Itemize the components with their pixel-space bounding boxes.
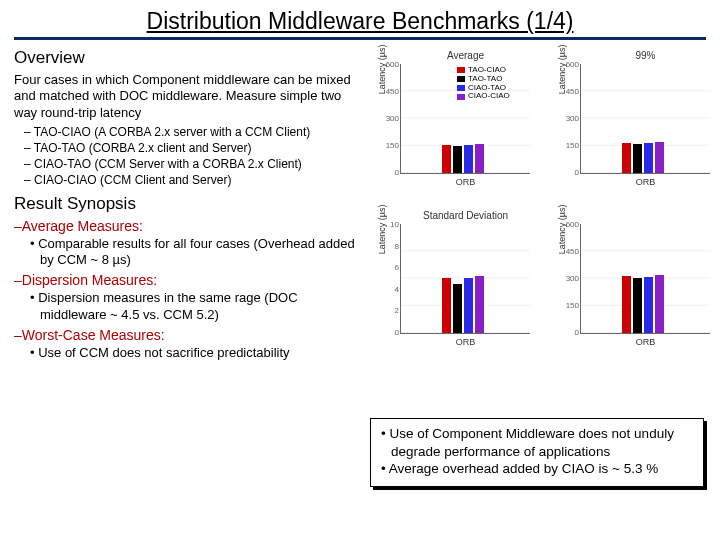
worst-bullet: • Use of CCM does not sacrifice predicta… xyxy=(14,345,362,361)
callout-line: • Use of Component Middleware does not u… xyxy=(381,425,695,460)
callout-line: • Average overhead added by CIAO is ~ 5.… xyxy=(381,460,695,478)
charts-panel: Average6004503001500Latency (µs)ORBTAO-C… xyxy=(370,46,706,356)
overview-heading: Overview xyxy=(14,48,362,68)
x-axis-label: ORB xyxy=(401,337,530,347)
bar xyxy=(442,278,451,333)
legend-swatch xyxy=(457,85,465,91)
x-axis-label: ORB xyxy=(581,177,710,187)
bar xyxy=(633,144,642,173)
x-axis-label: ORB xyxy=(401,177,530,187)
y-axis-label: Latency (µs) xyxy=(557,44,567,94)
bar xyxy=(655,142,664,173)
bar xyxy=(475,276,484,333)
case-item: – CIAO-TAO (CCM Server with a CORBA 2.x … xyxy=(24,157,362,172)
case-list: – TAO-CIAO (A CORBA 2.x server with a CC… xyxy=(14,125,362,188)
legend-label: CIAO-CIAO xyxy=(468,92,510,101)
callout-box: • Use of Component Middleware does not u… xyxy=(370,418,704,487)
chart-title: 99% xyxy=(581,50,710,61)
case-item: – CIAO-CIAO (CCM Client and Server) xyxy=(24,173,362,188)
bar xyxy=(655,275,664,333)
avg-bullet: • Comparable results for all four cases … xyxy=(14,236,362,269)
bar xyxy=(464,278,473,333)
bar xyxy=(644,143,653,173)
legend: TAO-CIAOTAO-TAOCIAO-TAOCIAO-CIAO xyxy=(457,66,510,101)
case-item: – TAO-CIAO (A CORBA 2.x server with a CC… xyxy=(24,125,362,140)
overview-paragraph: Four cases in which Component middleware… xyxy=(14,72,362,121)
slide: Distribution Middleware Benchmarks (1/4)… xyxy=(0,0,720,540)
y-axis-label: Latency (µs) xyxy=(557,204,567,254)
right-column: Average6004503001500Latency (µs)ORBTAO-C… xyxy=(370,46,706,363)
chart: 99%6004503001500Latency (µs)ORB xyxy=(580,64,710,174)
chart: Average6004503001500Latency (µs)ORBTAO-C… xyxy=(400,64,530,174)
synopsis-heading: Result Synopsis xyxy=(14,194,362,214)
worst-heading: –Worst-Case Measures: xyxy=(14,327,362,343)
x-axis-label: ORB xyxy=(581,337,710,347)
y-axis-label: Latency (µs) xyxy=(377,44,387,94)
chart: 6004503001500Latency (µs)ORB xyxy=(580,224,710,334)
bar-group xyxy=(622,275,664,333)
left-column: Overview Four cases in which Component m… xyxy=(14,46,362,363)
case-item: – TAO-TAO (CORBA 2.x client and Server) xyxy=(24,141,362,156)
chart-title: Standard Deviation xyxy=(401,210,530,221)
bar-group xyxy=(442,276,484,333)
legend-swatch xyxy=(457,76,465,82)
disp-heading: –Dispersion Measures: xyxy=(14,272,362,288)
bar xyxy=(442,145,451,173)
bar xyxy=(475,144,484,173)
bar xyxy=(622,143,631,173)
slide-title: Distribution Middleware Benchmarks (1/4) xyxy=(14,8,706,40)
legend-swatch xyxy=(457,94,465,100)
bar xyxy=(622,276,631,333)
bar xyxy=(453,284,462,334)
legend-item: CIAO-CIAO xyxy=(457,92,510,101)
y-axis-label: Latency (µs) xyxy=(377,204,387,254)
bar xyxy=(453,146,462,174)
columns: Overview Four cases in which Component m… xyxy=(14,46,706,363)
disp-bullet: • Dispersion measures in the same rage (… xyxy=(14,290,362,323)
bar xyxy=(644,277,653,333)
chart: Standard Deviation1086420Latency (µs)ORB xyxy=(400,224,530,334)
chart-title: Average xyxy=(401,50,530,61)
bar xyxy=(633,278,642,333)
avg-heading: –Average Measures: xyxy=(14,218,362,234)
bar-group xyxy=(622,142,664,173)
bar-group xyxy=(442,144,484,173)
bar xyxy=(464,145,473,173)
legend-swatch xyxy=(457,67,465,73)
